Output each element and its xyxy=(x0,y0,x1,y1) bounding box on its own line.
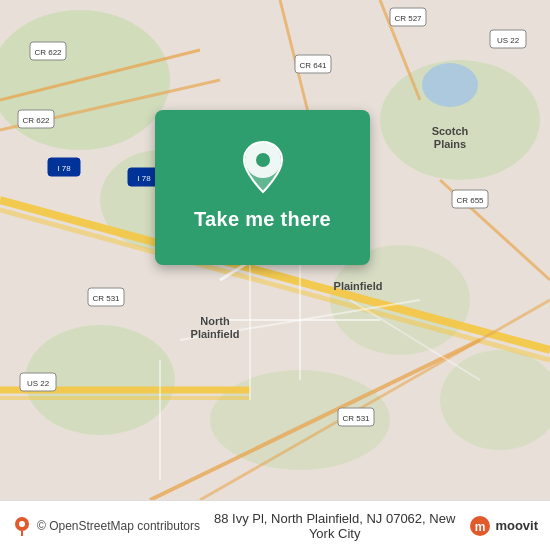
svg-text:CR 655: CR 655 xyxy=(456,196,484,205)
address-text: 88 Ivy Pl, North Plainfield, NJ 07062, N… xyxy=(200,511,469,541)
svg-text:I 78: I 78 xyxy=(57,164,71,173)
location-pin-icon xyxy=(241,140,285,194)
osm-marker-icon xyxy=(12,516,32,536)
svg-text:CR 622: CR 622 xyxy=(22,116,50,125)
bottom-bar: © OpenStreetMap contributors 88 Ivy Pl, … xyxy=(0,500,550,550)
svg-point-57 xyxy=(19,521,25,527)
svg-text:CR 622: CR 622 xyxy=(34,48,62,57)
svg-text:CR 531: CR 531 xyxy=(342,414,370,423)
svg-point-55 xyxy=(256,153,270,167)
svg-text:Plainfield: Plainfield xyxy=(334,280,383,292)
svg-text:Scotch: Scotch xyxy=(432,125,469,137)
svg-text:m: m xyxy=(475,520,486,534)
svg-text:CR 527: CR 527 xyxy=(394,14,422,23)
svg-text:CR 641: CR 641 xyxy=(299,61,327,70)
svg-text:US 22: US 22 xyxy=(27,379,50,388)
moovit-icon: m xyxy=(469,515,491,537)
moovit-brand: moovit xyxy=(495,518,538,533)
svg-text:CR 531: CR 531 xyxy=(92,294,120,303)
svg-text:I 78: I 78 xyxy=(137,174,151,183)
moovit-logo: m moovit xyxy=(469,515,538,537)
map-container: CR 622 CR 622 I 78 I 78 US 22 CR 527 CR … xyxy=(0,0,550,500)
svg-text:North: North xyxy=(200,315,230,327)
osm-logo: © OpenStreetMap contributors xyxy=(12,516,200,536)
take-me-there-button[interactable]: Take me there xyxy=(186,204,339,235)
osm-credit: © OpenStreetMap contributors xyxy=(37,519,200,533)
svg-point-8 xyxy=(422,63,478,107)
svg-text:Plainfield: Plainfield xyxy=(191,328,240,340)
action-card: Take me there xyxy=(155,110,370,265)
svg-text:Plains: Plains xyxy=(434,138,466,150)
svg-text:US 22: US 22 xyxy=(497,36,520,45)
